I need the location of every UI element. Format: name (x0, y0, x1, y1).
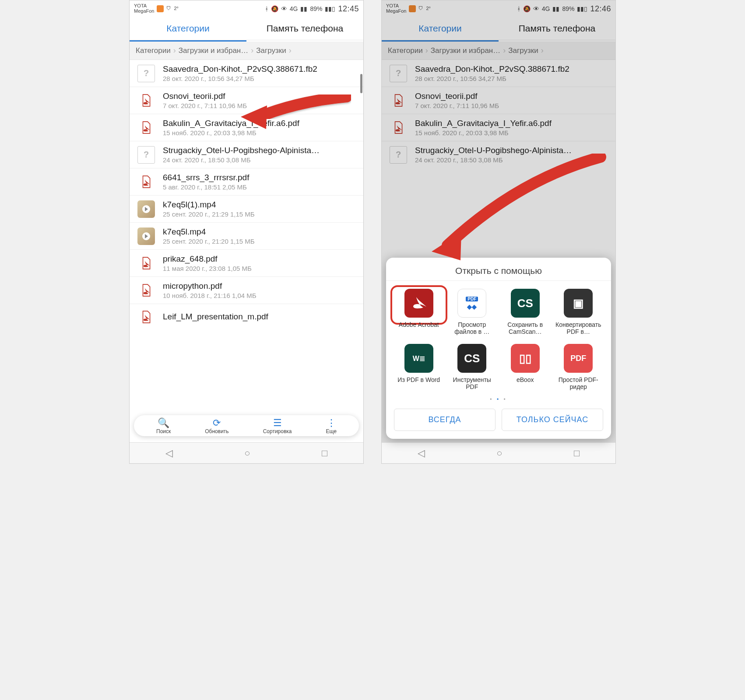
file-row[interactable]: ? Strugackiy_Otel-U-Pogibshego-Alpinista… (382, 141, 615, 168)
app-dropbox-viewer[interactable]: PDF◆◆ Просмотр файлов в … (447, 289, 497, 336)
file-row[interactable]: prikaz_648.pdf11 мая 2020 г., 23:08 1,05… (130, 250, 363, 277)
file-meta: 15 нояб. 2020 г., 20:03 3,98 МБ (163, 129, 355, 136)
carrier-2: MegaFon (134, 9, 154, 14)
net-icon: 4G (542, 5, 550, 12)
file-meta: 24 окт. 2020 г., 18:50 3,08 МБ (415, 156, 608, 164)
back-icon[interactable]: ◁ (418, 448, 425, 459)
eye-icon: 👁 (533, 5, 539, 12)
file-meta: 25 сент. 2020 г., 21:20 1,15 МБ (163, 238, 355, 245)
battery-pct: 89% (310, 5, 322, 12)
status-bar: YOTA MegaFon ⛉ 2° ᚼ 🔕 👁 4G ▮▮ 89% ▮▮▯ 12… (382, 0, 615, 16)
file-row[interactable]: Leif_LM_presentation_m.pdf (130, 304, 363, 330)
toolbar-search[interactable]: 🔍Поиск (156, 418, 171, 434)
toolbar-more[interactable]: ⋮Еще (326, 418, 337, 434)
app-label: Adobe Acrobat (394, 321, 444, 336)
app-label: Инструменты PDF (447, 376, 497, 391)
eye-icon: 👁 (281, 5, 287, 12)
home-icon[interactable]: ○ (496, 448, 502, 459)
app-simple-pdf-reader[interactable]: PDF Простой PDF-ридер (554, 344, 604, 391)
file-row[interactable]: micropython.pdf10 нояб. 2018 г., 21:16 1… (130, 277, 363, 304)
crumb-3[interactable]: Загрузки (508, 46, 538, 55)
file-row[interactable]: k7eq5l(1).mp425 сент. 2020 г., 21:29 1,1… (130, 196, 363, 223)
file-pdf-icon (137, 173, 155, 191)
file-row[interactable]: Bakulin_A_Gravitaciya_I_Yefir.a6.pdf15 н… (382, 114, 615, 141)
toolbar-sort[interactable]: ☰Сортировка (263, 418, 292, 434)
file-row[interactable]: k7eq5l.mp425 сент. 2020 г., 21:20 1,15 М… (130, 223, 363, 250)
app-badge-icon (409, 5, 416, 12)
tab-phone-memory[interactable]: Память телефона (499, 16, 615, 40)
file-pdf-icon (137, 92, 155, 109)
app-camscanner-save[interactable]: CS Сохранить в CamScan… (500, 289, 550, 336)
word-icon: W≣ (404, 344, 433, 373)
bottom-toolbar: 🔍Поиск ⟳Обновить ☰Сортировка ⋮Еще (134, 415, 359, 436)
file-meta: 5 авг. 2020 г., 18:51 2,05 МБ (163, 183, 355, 191)
just-once-button[interactable]: ТОЛЬКО СЕЙЧАС (502, 409, 603, 431)
app-adobe-acrobat[interactable]: Adobe Acrobat (394, 289, 444, 336)
battery-icon: ▮▮▯ (577, 5, 587, 12)
bluetooth-icon: ᚼ (265, 5, 268, 12)
file-list[interactable]: ? Saavedra_Don-Kihot._P2vSQ.388671.fb228… (130, 60, 363, 330)
tab-phone-memory[interactable]: Память телефона (246, 16, 363, 40)
tab-categories[interactable]: Категории (130, 16, 246, 40)
book-icon: ▯▯ (511, 344, 540, 373)
crumb-1[interactable]: Категории (388, 46, 423, 55)
camscanner-icon: CS (511, 289, 540, 318)
signal-icon: ▮▮ (300, 5, 307, 12)
file-meta: 15 нояб. 2020 г., 20:03 3,98 МБ (415, 129, 608, 136)
app-label: Сохранить в CamScan… (500, 321, 550, 336)
phone-left: YOTA MegaFon ⛉ 2° ᚼ 🔕 👁 4G ▮▮ 89% ▮▮▯ 12… (129, 0, 364, 464)
app-convert-pdf[interactable]: ▣ Конвертировать PDF в… (554, 289, 604, 336)
recent-icon[interactable]: □ (322, 448, 327, 459)
search-icon: 🔍 (156, 418, 171, 428)
file-meta: 10 нояб. 2018 г., 21:16 1,04 МБ (163, 292, 355, 299)
breadcrumbs: Категории › Загрузки и избран… › Загрузк… (130, 42, 363, 60)
shield-icon: ⛉ (418, 6, 423, 11)
file-name: Strugackiy_Otel-U-Pogibshego-Alpinista… (163, 146, 355, 155)
crumb-1[interactable]: Категории (136, 46, 171, 55)
tab-categories[interactable]: Категории (382, 16, 499, 40)
refresh-icon: ⟳ (205, 418, 228, 428)
crumb-3[interactable]: Загрузки (256, 46, 286, 55)
home-icon[interactable]: ○ (244, 448, 250, 459)
scrollbar[interactable] (360, 74, 362, 93)
file-meta: 24 окт. 2020 г., 18:50 3,08 МБ (163, 156, 355, 164)
always-button[interactable]: ВСЕГДА (394, 409, 495, 431)
toolbar-refresh[interactable]: ⟳Обновить (205, 418, 228, 434)
file-unknown-icon: ? (390, 146, 407, 164)
file-row[interactable]: ? Saavedra_Don-Kihot._P2vSQ.388671.fb228… (130, 60, 363, 87)
chevron-right-icon: › (289, 46, 292, 55)
app-label: eBoox (500, 376, 550, 391)
file-row[interactable]: Osnovi_teorii.pdf7 окт. 2020 г., 7:11 10… (382, 87, 615, 114)
recent-icon[interactable]: □ (574, 448, 580, 459)
chevron-right-icon: › (251, 46, 253, 55)
file-row[interactable]: 6641_srrs_3_rrrsrsr.pdf5 авг. 2020 г., 1… (130, 168, 363, 196)
carrier-2: MegaFon (386, 9, 406, 14)
status-clock: 12:45 (338, 4, 359, 14)
sort-icon: ☰ (263, 418, 292, 428)
app-pdf-tools[interactable]: CS Инструменты PDF (447, 344, 497, 391)
dropbox-icon: PDF◆◆ (457, 289, 486, 318)
file-pdf-icon (390, 119, 407, 136)
tabs: Категории Память телефона (130, 16, 363, 40)
file-list[interactable]: ? Saavedra_Don-Kihot._P2vSQ.388671.fb228… (382, 60, 615, 168)
tabs: Категории Память телефона (382, 16, 615, 40)
crumb-2[interactable]: Загрузки и избран… (179, 46, 249, 55)
cs-icon: CS (457, 344, 486, 373)
file-meta: 25 сент. 2020 г., 21:29 1,15 МБ (163, 210, 355, 218)
status-bar: YOTA MegaFon ⛉ 2° ᚼ 🔕 👁 4G ▮▮ 89% ▮▮▯ 12… (130, 0, 363, 16)
file-row[interactable]: Bakulin_A_Gravitaciya_I_Yefir.a6.pdf15 н… (130, 114, 363, 141)
file-row[interactable]: ? Strugackiy_Otel-U-Pogibshego-Alpinista… (130, 141, 363, 168)
back-icon[interactable]: ◁ (165, 448, 173, 459)
page-indicator: • • • (386, 395, 611, 402)
system-navbar: ◁ ○ □ (382, 442, 615, 463)
file-row[interactable]: ? Saavedra_Don-Kihot._P2vSQ.388671.fb228… (382, 60, 615, 87)
app-eboox[interactable]: ▯▯ eBoox (500, 344, 550, 391)
crumb-2[interactable]: Загрузки и избран… (431, 46, 501, 55)
pdf-icon: PDF (564, 344, 593, 373)
app-pdf-to-word[interactable]: W≣ Из PDF в Word (394, 344, 444, 391)
file-row[interactable]: Osnovi_teorii.pdf7 окт. 2020 г., 7:11 10… (130, 87, 363, 114)
file-name: micropython.pdf (163, 281, 355, 291)
phone-right: YOTA MegaFon ⛉ 2° ᚼ 🔕 👁 4G ▮▮ 89% ▮▮▯ 12… (381, 0, 616, 464)
status-temp: 2° (174, 6, 179, 11)
file-unknown-icon: ? (137, 146, 155, 164)
